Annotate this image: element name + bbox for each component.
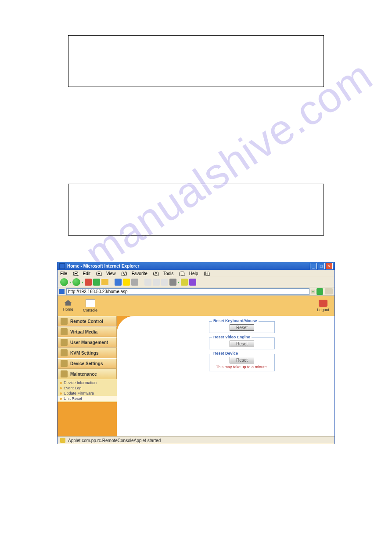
menu-view[interactable]: View (V) [106,271,127,276]
ie-window: Home - Microsoft Internet Explorer _ □ ×… [57,262,335,444]
toolbar-dropdown-icon[interactable]: ▾ [178,280,180,284]
reset-video-engine-panel: Reset Video Engine Reset [209,337,275,349]
reset-video-legend: Reset Video Engine [212,335,252,339]
minimize-button[interactable]: _ [310,263,317,269]
user-icon [61,339,68,346]
menu-edit[interactable]: Edit (E) [83,271,102,276]
forward-button[interactable] [72,278,80,286]
reset-device-button[interactable]: Reset [230,357,254,363]
top-console-button[interactable]: Console [83,299,97,312]
back-dropdown-icon[interactable]: ▾ [69,280,71,284]
forward-dropdown-icon[interactable]: ▾ [82,280,83,284]
back-button[interactable] [60,278,68,286]
maximize-button[interactable]: □ [318,263,325,269]
console-icon [86,299,95,307]
toolbar-options-button[interactable] [169,279,176,286]
nav-kvm-settings[interactable]: KVM Settings [58,348,117,358]
maint-icon [61,370,68,377]
top-home-button[interactable]: Home [63,299,73,312]
close-button[interactable]: × [326,263,333,269]
address-input[interactable] [66,288,309,295]
reset-video-button[interactable]: Reset [230,341,254,347]
links-button[interactable] [325,288,333,294]
nav-maintenance[interactable]: Maintenance [58,369,117,379]
page-content: Home Console Logout [58,296,334,436]
home-icon [64,299,72,306]
nav-submenu: Device Information Event Log Update Firm… [58,379,117,402]
favorites-button[interactable] [123,279,130,286]
stop-button[interactable] [85,279,92,286]
page-top-bar: Home Console Logout [58,296,334,316]
remote-icon [61,318,68,325]
vmedia-icon [61,328,68,335]
home-button[interactable] [101,279,108,285]
messenger-icon[interactable] [181,279,188,286]
window-title: Home - Microsoft Internet Explorer [67,264,308,268]
edit-button[interactable] [161,279,168,286]
top-logout-label: Logout [317,308,329,312]
menu-tools[interactable]: Tools (T) [163,271,185,276]
reset-device-panel: Reset Device Reset This may take up to a… [209,354,275,371]
note-box-1 [68,35,324,87]
reset-device-legend: Reset Device [212,351,239,355]
reset-keyboard-mouse-panel: Reset Keyboard/Mouse Reset [209,321,275,333]
address-dropdown-icon[interactable]: ▾ [311,290,315,294]
ie-icon [59,263,65,269]
menu-file[interactable]: File (F) [60,271,79,276]
note-box-2 [68,184,324,236]
main-panel: Reset Keyboard/Mouse Reset Reset Video E… [117,316,334,436]
status-text: Applet com.pp.rc.RemoteConsoleApplet sta… [68,438,161,443]
titlebar: Home - Microsoft Internet Explorer _ □ × [58,262,334,270]
menubar: File (F) Edit (E) View (V) Favorite (A) … [58,270,334,277]
reset-device-warning: This may take up to a minute. [211,365,273,369]
go-button[interactable] [316,288,323,295]
reset-kbm-legend: Reset Keyboard/Mouse [212,319,259,323]
logout-icon [319,300,327,307]
extra-tool-icon[interactable] [189,279,196,286]
status-icon [60,438,65,443]
print-button[interactable] [153,279,160,286]
sub-event-log[interactable]: Event Log [58,385,117,391]
top-console-label: Console [83,308,97,312]
top-home-label: Home [63,307,73,312]
mail-button[interactable] [144,279,151,286]
reset-kbm-button[interactable]: Reset [230,324,254,331]
nav-device-settings[interactable]: Device Settings [58,358,117,369]
address-bar: ▾ [58,287,334,296]
search-button[interactable] [115,279,122,286]
nav-user-management[interactable]: User Management [58,337,117,348]
history-button[interactable] [131,279,138,286]
nav-remote-control[interactable]: Remote Control [58,316,117,326]
menu-help[interactable]: Help (H) [189,271,210,276]
nav-virtual-media[interactable]: Virtual Media [58,326,117,337]
browser-screenshot: Home - Microsoft Internet Explorer _ □ ×… [57,262,335,444]
sub-unit-reset[interactable]: Unit Reset [58,396,117,401]
sub-device-information[interactable]: Device Information [58,380,117,385]
menu-favorites[interactable]: Favorite (A) [132,271,159,276]
devset-icon [61,360,68,367]
top-logout-button[interactable]: Logout [317,300,329,312]
toolbar: ▾ ▾ ▾ [58,277,334,287]
page-icon [59,289,65,294]
sidebar: Remote Control Virtual Media User Manage… [58,316,117,402]
status-bar: Applet com.pp.rc.RemoteConsoleApplet sta… [58,436,334,444]
kvm-icon [61,349,68,356]
refresh-button[interactable] [93,279,100,286]
sub-update-firmware[interactable]: Update Firmware [58,391,117,396]
